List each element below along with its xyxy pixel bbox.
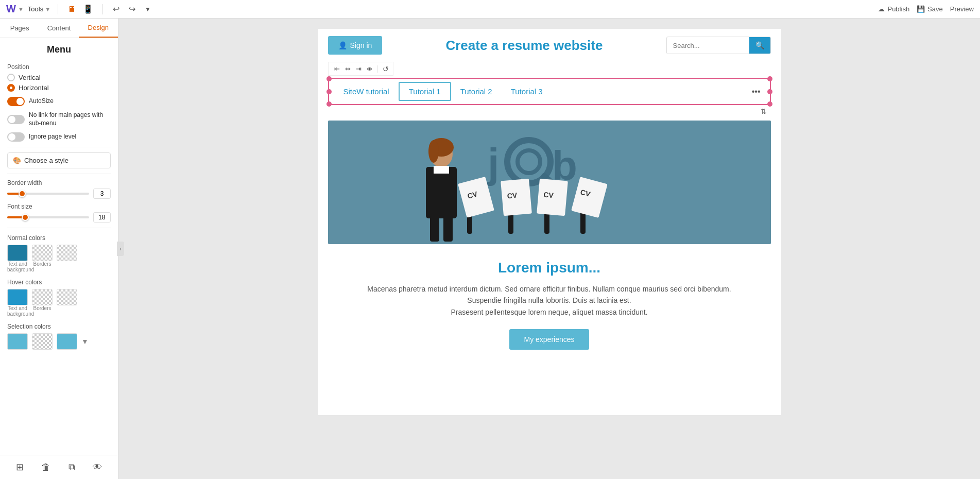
- hero-svg: j b CV: [328, 121, 771, 244]
- border-width-thumb[interactable]: [19, 190, 26, 197]
- menu-more-button[interactable]: •••: [752, 87, 761, 96]
- visibility-button[interactable]: 👁: [89, 460, 106, 475]
- divider2: [7, 174, 111, 174]
- choose-style-button[interactable]: 🎨 Choose a style: [7, 152, 111, 168]
- search-input[interactable]: [667, 38, 749, 54]
- ignorepage-label: Ignore page level: [29, 133, 76, 141]
- logo-button[interactable]: W ▼: [6, 3, 24, 15]
- menu-item-sitew[interactable]: SiteW tutorial: [334, 83, 399, 100]
- border-width-slider-row: Border width 3: [7, 179, 111, 199]
- menu-item-tutorial2[interactable]: Tutorial 2: [451, 83, 502, 100]
- tools-button[interactable]: Tools ▼: [28, 5, 50, 13]
- more-history-button[interactable]: ▼: [142, 5, 153, 14]
- sign-in-button[interactable]: 👤 Sign in: [328, 36, 383, 55]
- selection-colors-section: Selection colors ▼: [7, 323, 111, 350]
- logo-icon: W: [6, 3, 16, 15]
- normal-colors-section: Normal colors Text and background Border…: [7, 234, 111, 272]
- menu-reset-button[interactable]: ↺: [383, 65, 389, 73]
- hover-text-bg-label: Text and background: [7, 305, 28, 317]
- font-size-track[interactable]: [7, 216, 89, 218]
- site-title: Create a resume website: [382, 38, 666, 54]
- handle-middle-right[interactable]: [767, 89, 772, 94]
- preview-label: Preview: [950, 5, 974, 13]
- lorem-title: Lorem ipsum...: [328, 260, 771, 276]
- autosize-toggle[interactable]: [7, 97, 25, 106]
- hover-text-bg-swatch[interactable]: [7, 289, 28, 305]
- selection-extra-swatch[interactable]: [57, 333, 77, 350]
- sidebar-tabs: Pages Content Design: [0, 19, 118, 38]
- selection-scroll-down[interactable]: ▼: [81, 337, 89, 346]
- handle-top-left[interactable]: [326, 76, 332, 81]
- sidebar-panel-title: Menu: [7, 44, 111, 55]
- menu-adjust-button[interactable]: ⇅: [761, 107, 767, 115]
- normal-borders-swatch[interactable]: [32, 245, 53, 261]
- ignorepage-toggle[interactable]: [7, 132, 25, 142]
- align-justify-button[interactable]: ⇹: [365, 64, 374, 74]
- publish-icon: ☁: [878, 5, 885, 13]
- svg-text:j: j: [487, 140, 499, 186]
- tab-content[interactable]: Content: [39, 19, 78, 38]
- main-canvas: 👤 Sign in Create a resume website 🔍 ⇤ ⇔ …: [118, 19, 980, 479]
- device-switcher: 🖥 📱: [65, 3, 95, 15]
- menu-item-tutorial1[interactable]: Tutorial 1: [399, 82, 451, 101]
- hover-colors-label: Hover colors: [7, 279, 111, 286]
- radio-vertical[interactable]: [7, 74, 15, 81]
- topbar: W ▼ Tools ▼ 🖥 📱 ↩ ↪ ▼ ☁ Publish 💾 Save P…: [0, 0, 980, 19]
- handle-bottom-left[interactable]: [326, 101, 332, 107]
- align-right-button[interactable]: ⇥: [354, 64, 363, 74]
- mobile-button[interactable]: 📱: [81, 3, 95, 15]
- tab-pages[interactable]: Pages: [0, 19, 39, 38]
- menu-item-tutorial3[interactable]: Tutorial 3: [502, 83, 552, 100]
- topbar-sep1: [58, 4, 58, 14]
- save-label: Save: [927, 5, 943, 13]
- search-button[interactable]: 🔍: [749, 37, 770, 54]
- tab-design[interactable]: Design: [79, 19, 118, 38]
- canvas-page: 👤 Sign in Create a resume website 🔍 ⇤ ⇔ …: [318, 29, 781, 415]
- content-section: Lorem ipsum... Macenas pharetra metud in…: [318, 249, 781, 360]
- page-header: 👤 Sign in Create a resume website 🔍: [318, 29, 781, 62]
- preview-button[interactable]: Preview: [950, 5, 974, 13]
- align-center-button[interactable]: ⇔: [343, 64, 352, 74]
- autosize-row: AutoSize: [7, 97, 111, 106]
- hover-extra-swatch[interactable]: [57, 289, 77, 305]
- publish-button[interactable]: ☁ Publish: [878, 5, 909, 13]
- layers-button[interactable]: ⧉: [64, 460, 79, 475]
- menu-widget: SiteW tutorial Tutorial 1 Tutorial 2 Tut…: [328, 78, 771, 105]
- experiences-button[interactable]: My experiences: [509, 329, 589, 350]
- normal-text-bg-swatch[interactable]: [7, 245, 28, 261]
- align-left-button[interactable]: ⇤: [333, 64, 341, 74]
- nolink-toggle[interactable]: [7, 115, 25, 124]
- handle-middle-left[interactable]: [326, 89, 332, 94]
- desktop-button[interactable]: 🖥: [65, 4, 78, 15]
- experiences-label: My experiences: [524, 335, 574, 344]
- topbar-right: ☁ Publish 💾 Save Preview: [878, 5, 974, 13]
- radio-vertical-label: Vertical: [19, 74, 41, 81]
- normal-extra-swatch[interactable]: [57, 245, 77, 261]
- normal-colors-label: Normal colors: [7, 234, 111, 242]
- radio-horizontal[interactable]: [7, 84, 15, 92]
- svg-rect-11: [430, 216, 439, 242]
- undo-button[interactable]: ↩: [110, 3, 122, 15]
- handle-top-right[interactable]: [767, 76, 772, 81]
- font-size-value[interactable]: 18: [93, 212, 111, 223]
- border-width-track[interactable]: [7, 193, 89, 195]
- save-button[interactable]: 💾 Save: [917, 5, 943, 13]
- handle-bottom-right[interactable]: [767, 101, 772, 107]
- selection-text-bg-swatch[interactable]: [7, 333, 28, 350]
- redo-button[interactable]: ↪: [126, 3, 138, 15]
- selection-colors-row: ▼: [7, 333, 111, 350]
- user-icon: 👤: [338, 41, 347, 49]
- svg-rect-10: [434, 166, 449, 174]
- autosize-label: AutoSize: [29, 97, 54, 106]
- delete-widget-button[interactable]: 🗑: [37, 460, 55, 475]
- font-size-thumb[interactable]: [22, 214, 29, 221]
- add-widget-button[interactable]: ⊞: [12, 459, 28, 475]
- sidebar: Pages Content Design Menu Position Verti…: [0, 19, 118, 479]
- toolbar-sep: [377, 65, 377, 73]
- sidebar-collapse-button[interactable]: ‹: [117, 242, 124, 256]
- selection-borders-swatch[interactable]: [32, 333, 53, 350]
- hover-borders-swatch[interactable]: [32, 289, 53, 305]
- border-width-value[interactable]: 3: [93, 189, 111, 199]
- svg-text:CV: CV: [507, 191, 518, 200]
- sidebar-content: Menu Position Vertical Horizontal AutoSi…: [0, 38, 118, 455]
